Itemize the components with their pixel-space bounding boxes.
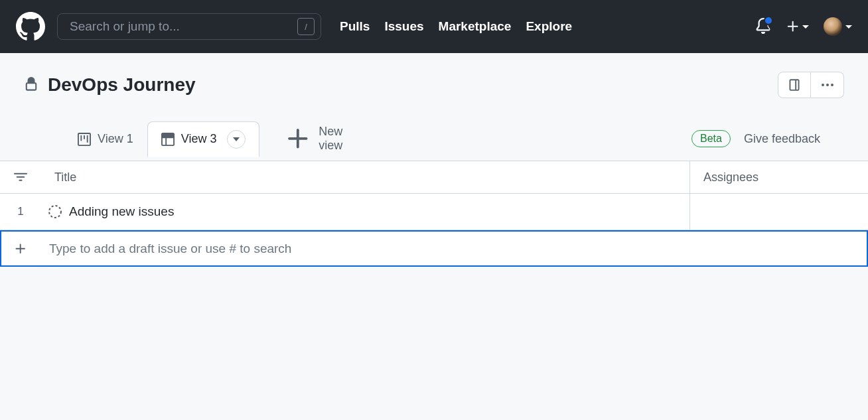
panel-toggle-button[interactable]: [778, 72, 811, 98]
draft-issue-icon: [41, 194, 69, 230]
table-header: Title Assignees: [0, 161, 868, 194]
more-options-button[interactable]: [811, 72, 844, 98]
avatar: [824, 17, 842, 36]
caret-down-icon: [802, 25, 809, 29]
nav-links: Pulls Issues Marketplace Explore: [340, 19, 572, 34]
tab-view-3[interactable]: View 3: [147, 121, 260, 157]
nav-issues[interactable]: Issues: [384, 19, 423, 34]
filter-button[interactable]: [0, 161, 41, 193]
column-assignees[interactable]: Assignees: [690, 161, 868, 193]
beta-badge: Beta: [691, 130, 731, 147]
plus-icon: [786, 19, 800, 34]
notifications-button[interactable]: [755, 18, 771, 36]
row-assignees[interactable]: [690, 194, 868, 230]
svg-point-0: [49, 206, 61, 218]
header-actions: [778, 72, 844, 98]
table-body: 1 Adding new issues: [0, 194, 868, 267]
lock-icon: [24, 77, 38, 94]
tab-label: View 3: [181, 132, 217, 146]
tab-label: View 1: [98, 132, 133, 146]
search-input[interactable]: [57, 13, 321, 40]
new-view-button[interactable]: New view: [271, 117, 356, 161]
nav-marketplace[interactable]: Marketplace: [439, 19, 512, 34]
add-item-row: [0, 230, 868, 267]
plus-icon: [285, 125, 312, 153]
row-number: 1: [0, 194, 41, 230]
kebab-icon: [822, 84, 833, 86]
row-title[interactable]: Adding new issues: [69, 194, 690, 230]
project-table: Title Assignees 1 Adding new issues Add …: [0, 161, 868, 267]
sidebar-icon: [788, 78, 801, 92]
project-name: DevOps Journey: [48, 74, 196, 96]
views-tabs: View 1 View 3 New view Beta Give feedbac…: [24, 117, 844, 161]
global-search: /: [57, 13, 321, 40]
project-icon: [78, 133, 91, 146]
caret-down-icon: [233, 137, 240, 141]
caret-down-icon: [845, 25, 852, 29]
plus-icon: [14, 242, 27, 255]
top-navigation: / Pulls Issues Marketplace Explore: [0, 0, 868, 53]
search-slash-hint: /: [297, 18, 315, 35]
nav-right: [755, 17, 852, 36]
nav-pulls[interactable]: Pulls: [340, 19, 370, 34]
user-menu[interactable]: [824, 17, 852, 36]
table-icon: [161, 133, 175, 146]
new-view-label: New view: [319, 125, 342, 153]
give-feedback-link[interactable]: Give feedback: [744, 132, 820, 146]
create-menu[interactable]: [786, 19, 809, 34]
github-mark-icon: [16, 12, 45, 41]
notification-indicator: [764, 16, 773, 25]
add-item-input[interactable]: [40, 232, 867, 265]
project-title: DevOps Journey: [24, 74, 196, 96]
project-header: DevOps Journey View 1 View 3 New view: [0, 53, 868, 161]
nav-explore[interactable]: Explore: [526, 19, 572, 34]
add-item-icon: [1, 232, 40, 265]
github-logo[interactable]: [16, 12, 45, 41]
tab-options-button[interactable]: [227, 130, 246, 149]
tab-view-1[interactable]: View 1: [64, 123, 147, 154]
table-row[interactable]: 1 Adding new issues: [0, 194, 868, 230]
filter-icon: [14, 171, 27, 184]
column-title[interactable]: Title: [41, 161, 690, 193]
